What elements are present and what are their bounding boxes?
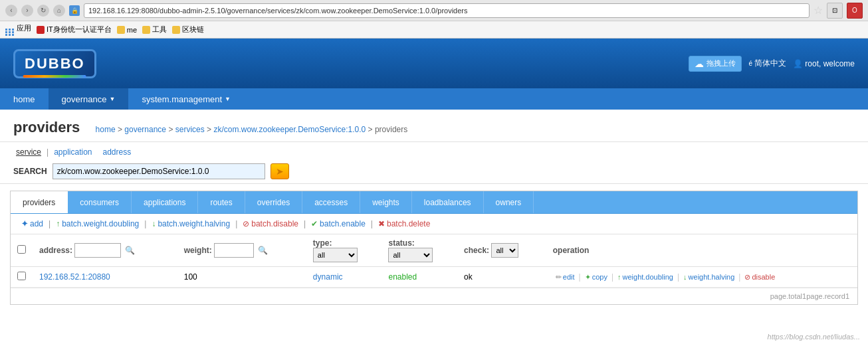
operation-col-header: operation: [546, 234, 857, 267]
governance-arrow-icon: ▼: [109, 96, 115, 102]
weight-filter-label: weight:: [184, 246, 212, 255]
tab-providers[interactable]: providers: [11, 191, 68, 213]
select-all-col: [11, 234, 33, 267]
bookmark-apps[interactable]: 应用: [5, 23, 31, 36]
extension-btn-2[interactable]: O: [847, 3, 863, 19]
check-icon: ✔: [311, 219, 318, 228]
status-filter-col: status: all enabled disabled: [381, 234, 457, 267]
tab-weights[interactable]: weights: [360, 191, 412, 213]
action-bar: ✦ add | ↑ batch.weight.doubling | ↓ batc…: [11, 214, 857, 234]
weight-filter-col: weight: 🔍: [177, 234, 306, 267]
bookmarks-bar: 应用 IT身份统一认证平台 me 工具 区块链: [0, 21, 868, 39]
breadcrumb-service-name[interactable]: zk/com.wow.zookeeper.DemoService:1.0.0: [213, 125, 366, 134]
table-row: 192.168.52.1:20880 100 dynamic enabled o…: [11, 267, 857, 288]
refresh-button[interactable]: ↻: [37, 5, 49, 17]
tab-accesses[interactable]: accesses: [302, 191, 360, 213]
tab-owners[interactable]: owners: [484, 191, 534, 213]
row-checkbox[interactable]: [17, 272, 26, 280]
tab-overrides[interactable]: overrides: [245, 191, 302, 213]
edit-icon: ✏: [556, 273, 562, 282]
page-header: providers home > governance > services >…: [0, 110, 868, 142]
weight-search-icon-btn[interactable]: 🔍: [256, 244, 269, 257]
breadcrumb-governance[interactable]: governance: [124, 125, 166, 134]
nav-governance[interactable]: governance ▼: [49, 88, 129, 110]
row-address: 192.168.52.1:20880: [33, 267, 177, 288]
arrow-up-icon: ↑: [56, 219, 60, 228]
type-filter-label: type:: [313, 238, 332, 248]
search-input[interactable]: [53, 163, 265, 179]
row-weight: 100: [177, 267, 306, 288]
address-filter-input[interactable]: [74, 243, 121, 258]
address-filter-label: address:: [39, 246, 72, 255]
bookmark-tools[interactable]: 工具: [142, 25, 167, 35]
arrow-down-icon: ↓: [152, 219, 156, 228]
search-label: SEARCH: [13, 167, 47, 176]
batch-enable-link[interactable]: ✔ batch.enable: [308, 219, 368, 228]
address-search-icon-btn[interactable]: 🔍: [124, 244, 137, 257]
check-filter-select[interactable]: all ok fail: [491, 243, 518, 258]
type-filter-select[interactable]: all dynamic static: [313, 248, 358, 262]
weight-filter-input[interactable]: [214, 243, 254, 258]
bookmark-me[interactable]: me: [117, 26, 137, 34]
nav-home[interactable]: home: [0, 88, 49, 110]
breadcrumb-services[interactable]: services: [175, 125, 205, 134]
content-area: providers home > governance > services >…: [0, 110, 868, 346]
app-header: DUBBO ☁ 拖拽上传 é 简体中文 👤 root, welcome: [0, 39, 868, 88]
bookmark-blockchain[interactable]: 区块链: [172, 25, 204, 35]
row-weight-halving-link[interactable]: ↓ weight.halving: [681, 273, 737, 281]
pagination-info: page.total1page.record1: [770, 292, 849, 300]
tab-bar: providers consumers applications routes …: [11, 191, 857, 214]
filter-tab-service[interactable]: service: [13, 147, 44, 157]
batch-weight-doubling-link[interactable]: ↑ batch.weight.doubling: [53, 219, 142, 228]
address-filter-col: address: 🔍: [33, 234, 177, 267]
tab-loadbalances[interactable]: loadbalances: [412, 191, 484, 213]
row-edit-link[interactable]: ✏ edit: [553, 273, 578, 282]
row-actions: ✏ edit | ✦ copy | ↑ weight.doubl: [553, 272, 851, 282]
panel-footer: page.total1page.record1: [11, 288, 857, 304]
check-filter-label: check:: [464, 246, 489, 255]
plus-icon: ✦: [21, 219, 28, 228]
arrow-right-icon: ➤: [276, 166, 284, 177]
row-weight-doubling-link[interactable]: ↑ weight.doubling: [615, 273, 676, 281]
back-button[interactable]: ‹: [5, 5, 17, 17]
x-icon: ✖: [378, 219, 385, 228]
batch-delete-link[interactable]: ✖ batch.delete: [376, 219, 433, 228]
forward-button[interactable]: ›: [21, 5, 33, 17]
filter-tab-address[interactable]: address: [100, 147, 134, 157]
home-button[interactable]: ⌂: [53, 5, 65, 17]
batch-weight-halving-link[interactable]: ↓ batch.weight.halving: [149, 219, 233, 228]
lang-switcher[interactable]: é 简体中文: [748, 58, 786, 69]
tab-consumers[interactable]: consumers: [68, 191, 132, 213]
status-filter-label: status:: [388, 238, 414, 248]
extension-btn-1[interactable]: ⊡: [827, 3, 843, 19]
nav-system[interactable]: system.management ▼: [128, 88, 244, 110]
row-disable-link[interactable]: ⊘ disable: [742, 273, 778, 282]
add-link[interactable]: ✦ add: [19, 219, 46, 228]
tab-routes[interactable]: routes: [198, 191, 245, 213]
select-all-checkbox[interactable]: [17, 245, 26, 254]
main-panel: providers consumers applications routes …: [10, 191, 858, 305]
check-filter-col: check: all ok fail: [457, 234, 546, 267]
tab-applications[interactable]: applications: [132, 191, 198, 213]
row-check: ok: [457, 267, 546, 288]
star-button[interactable]: ☆: [814, 4, 823, 17]
cloud-upload-btn[interactable]: ☁ 拖拽上传: [689, 56, 742, 72]
table-filter-row: address: 🔍 weight: 🔍 type: all dynamic: [11, 234, 857, 267]
search-button[interactable]: ➤: [271, 163, 289, 179]
system-arrow-icon: ▼: [225, 96, 231, 102]
row-type: dynamic: [306, 267, 382, 288]
cloud-icon: ☁: [695, 58, 704, 69]
filter-tab-application[interactable]: application: [51, 147, 94, 157]
row-copy-link[interactable]: ✦ copy: [582, 273, 610, 282]
bookmark-it[interactable]: IT身份统一认证平台: [37, 25, 112, 35]
type-filter-col: type: all dynamic static: [306, 234, 382, 267]
page-title: providers: [13, 119, 80, 136]
breadcrumb-home[interactable]: home: [96, 125, 116, 134]
status-filter-select[interactable]: all enabled disabled: [388, 248, 433, 262]
url-bar[interactable]: 192.168.16.129:8080/dubbo-admin-2.5.10/g…: [84, 3, 810, 18]
copy-icon: ✦: [585, 273, 591, 282]
breadcrumb-current: providers: [375, 125, 407, 134]
row-address-link[interactable]: 192.168.52.1:20880: [39, 272, 110, 282]
dubbo-logo: DUBBO: [13, 49, 96, 78]
batch-disable-link[interactable]: ⊘ batch.disable: [240, 219, 301, 228]
